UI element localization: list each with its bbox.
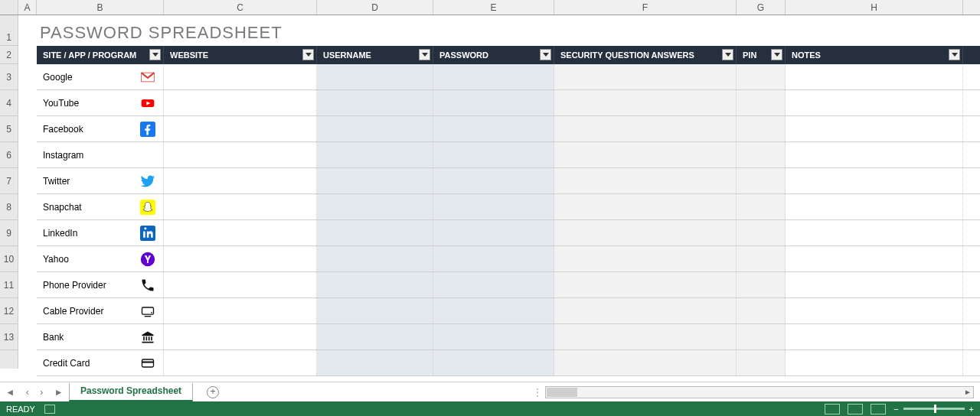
tab-first-icon[interactable]: ◄ (5, 387, 15, 398)
cell-security[interactable] (554, 272, 737, 297)
cell-website[interactable] (164, 272, 317, 297)
col-B[interactable]: B (37, 0, 164, 15)
cell-notes[interactable] (786, 142, 963, 167)
cell-website[interactable] (164, 350, 317, 375)
cell-security[interactable] (554, 220, 737, 245)
scroll-right-icon[interactable]: ► (962, 387, 973, 398)
cell-website[interactable] (164, 142, 317, 167)
cell-password[interactable] (433, 246, 554, 271)
cell-website[interactable] (164, 220, 317, 245)
cell-site[interactable]: Bank (37, 324, 164, 349)
filter-dropdown-icon[interactable] (949, 49, 960, 60)
cell-website[interactable] (164, 116, 317, 141)
tab-prev-icon[interactable]: ‹ (26, 387, 29, 398)
col-H[interactable]: H (786, 0, 963, 15)
cell-pin[interactable] (737, 168, 786, 193)
page-break-view-button[interactable] (871, 404, 886, 414)
cell-pin[interactable] (737, 116, 786, 141)
row-5[interactable]: 5 (0, 116, 18, 142)
cell-password[interactable] (433, 142, 554, 167)
cell-website[interactable] (164, 168, 317, 193)
cell-site[interactable]: Google (37, 64, 164, 89)
cell-notes[interactable] (786, 194, 963, 219)
row-1[interactable]: 1 (0, 15, 18, 46)
cell-security[interactable] (554, 90, 737, 115)
page-layout-view-button[interactable] (848, 404, 863, 414)
cell-password[interactable] (433, 168, 554, 193)
row-8[interactable]: 8 (0, 194, 18, 220)
sheet-grid[interactable]: PASSWORD SPREADSHEET SITE / APP / PROGRA… (18, 15, 980, 369)
cell-site[interactable]: YouTube (37, 90, 164, 115)
tab-scroll-split[interactable]: ⋮ (533, 387, 542, 398)
cell-username[interactable] (317, 194, 433, 219)
cell-username[interactable] (317, 298, 433, 323)
tab-next-icon[interactable]: › (40, 387, 43, 398)
filter-dropdown-icon[interactable] (149, 49, 161, 60)
cell-site[interactable]: Instagram (37, 142, 164, 167)
cell-security[interactable] (554, 298, 737, 323)
cell-notes[interactable] (786, 90, 963, 115)
cell-site[interactable]: Snapchat (37, 194, 164, 219)
macro-record-icon[interactable] (44, 405, 55, 414)
cell-notes[interactable] (786, 246, 963, 271)
col-A[interactable]: A (18, 0, 37, 15)
cell-notes[interactable] (786, 272, 963, 297)
row-13[interactable]: 13 (0, 324, 18, 350)
cell-pin[interactable] (737, 324, 786, 349)
sheet-tab-active[interactable]: Password Spreadsheet (69, 383, 193, 401)
row-4[interactable]: 4 (0, 90, 18, 116)
cell-site[interactable]: LinkedIn (37, 220, 164, 245)
cell-username[interactable] (317, 168, 433, 193)
cell-website[interactable] (164, 298, 317, 323)
cell-password[interactable] (433, 220, 554, 245)
cell-password[interactable] (433, 324, 554, 349)
cell-notes[interactable] (786, 220, 963, 245)
cell-site[interactable]: Phone Provider (37, 272, 164, 297)
cell-username[interactable] (317, 90, 433, 115)
row-6[interactable]: 6 (0, 142, 18, 168)
filter-dropdown-icon[interactable] (722, 49, 733, 60)
cell-pin[interactable] (737, 90, 786, 115)
cell-password[interactable] (433, 298, 554, 323)
cell-site[interactable]: Facebook (37, 116, 164, 141)
cell-site[interactable]: Yahoo (37, 246, 164, 271)
row-7[interactable]: 7 (0, 168, 18, 194)
cell-security[interactable] (554, 194, 737, 219)
cell-password[interactable] (433, 116, 554, 141)
cell-notes[interactable] (786, 168, 963, 193)
cell-password[interactable] (433, 90, 554, 115)
col-C[interactable]: C (164, 0, 317, 15)
cell-site[interactable]: Cable Provider (37, 298, 164, 323)
row-3[interactable]: 3 (0, 64, 18, 90)
cell-username[interactable] (317, 324, 433, 349)
cell-username[interactable] (317, 350, 433, 375)
cell-username[interactable] (317, 272, 433, 297)
add-sheet-button[interactable]: + (207, 386, 219, 398)
cell-website[interactable] (164, 194, 317, 219)
horizontal-scrollbar[interactable]: ◄ ► (545, 386, 974, 398)
cell-username[interactable] (317, 142, 433, 167)
cell-password[interactable] (433, 350, 554, 375)
cell-security[interactable] (554, 350, 737, 375)
filter-dropdown-icon[interactable] (771, 49, 782, 60)
cell-website[interactable] (164, 324, 317, 349)
cell-website[interactable] (164, 64, 317, 89)
cell-password[interactable] (433, 194, 554, 219)
cell-pin[interactable] (737, 246, 786, 271)
cell-security[interactable] (554, 246, 737, 271)
cell-pin[interactable] (737, 64, 786, 89)
cell-website[interactable] (164, 246, 317, 271)
row-11[interactable]: 11 (0, 272, 18, 298)
cell-security[interactable] (554, 116, 737, 141)
cell-site[interactable]: Twitter (37, 168, 164, 193)
cell-username[interactable] (317, 220, 433, 245)
cell-notes[interactable] (786, 350, 963, 375)
zoom-out-button[interactable]: − (893, 405, 898, 414)
cell-username[interactable] (317, 64, 433, 89)
cell-pin[interactable] (737, 142, 786, 167)
zoom-in-button[interactable]: + (969, 405, 974, 414)
tab-last-icon[interactable]: ► (54, 387, 64, 398)
cell-notes[interactable] (786, 298, 963, 323)
filter-dropdown-icon[interactable] (419, 49, 430, 60)
cell-website[interactable] (164, 90, 317, 115)
